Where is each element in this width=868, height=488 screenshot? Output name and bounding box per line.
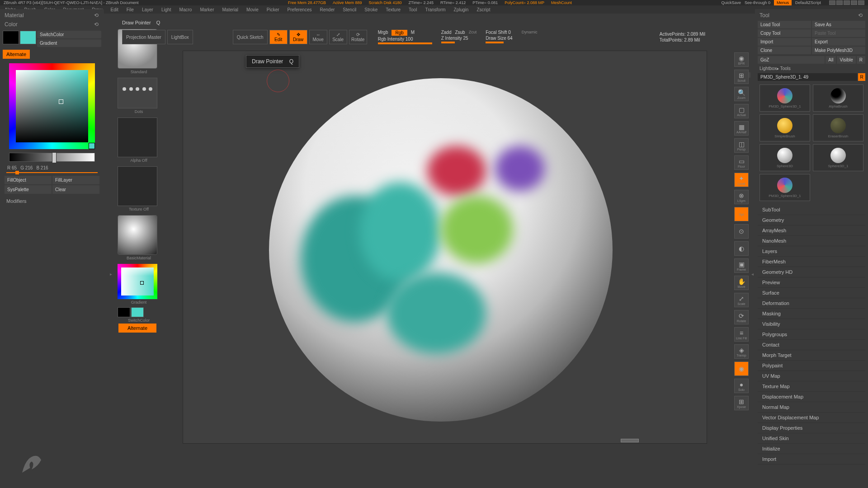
draw-size-slider[interactable] xyxy=(486,42,504,43)
color-header[interactable]: Color ⟲ xyxy=(2,20,102,29)
import-button[interactable]: Import xyxy=(758,38,811,46)
acc-preview[interactable]: Preview xyxy=(758,277,865,288)
acc-geometry[interactable]: Geometry xyxy=(758,215,865,225)
b-value[interactable]: B 216 xyxy=(36,165,48,170)
seethrough-slider[interactable]: See-through 0 xyxy=(745,0,770,5)
linefill-button[interactable]: ≡Line Fill xyxy=(734,327,749,342)
menu-zscript[interactable]: Zscript xyxy=(476,7,490,12)
acc-unifiedskin[interactable]: Unified Skin xyxy=(758,433,865,444)
rgb-intensity-slider[interactable] xyxy=(378,42,432,44)
acc-visibility[interactable]: Visibility xyxy=(758,319,865,329)
tool-thumb-pm3d[interactable]: PM3D_Sphere3D_1 xyxy=(760,174,810,201)
ghost-button[interactable]: ◉ xyxy=(734,361,749,376)
make-polymesh-button[interactable]: Make PolyMesh3D xyxy=(812,47,865,54)
color-picker[interactable] xyxy=(9,63,95,149)
xpose-button[interactable]: ⊞Xpose xyxy=(734,396,749,410)
menu-marker[interactable]: Marker xyxy=(200,7,214,12)
zadd-button[interactable]: Zadd xyxy=(441,30,452,35)
sphere-mesh[interactable] xyxy=(269,78,613,422)
menu-file[interactable]: File xyxy=(127,7,134,12)
save-as-button[interactable]: Save As xyxy=(812,21,865,28)
aahalf-button[interactable]: ▦AAHalf xyxy=(734,121,749,136)
rgb-button[interactable]: Rgb xyxy=(392,30,407,36)
tool-thumb-simplebrush[interactable]: SimpleBrush xyxy=(760,114,810,141)
menus-button[interactable]: Menus xyxy=(774,0,792,5)
picker-corner-swatch[interactable] xyxy=(89,143,95,149)
left-divider-handle[interactable] xyxy=(110,271,113,277)
scale-mode-button[interactable]: ⤢Scale xyxy=(329,30,347,44)
mrgb-button[interactable]: Mrgb xyxy=(378,30,388,36)
tool-thumb-sphere3d[interactable]: Sphere3D xyxy=(760,144,810,171)
acc-displacement[interactable]: Displacement Map xyxy=(758,392,865,402)
acc-morphtarget[interactable]: Morph Target xyxy=(758,350,865,361)
acc-deformation[interactable]: Deformation xyxy=(758,298,865,309)
copy-tool-button[interactable]: Copy Tool xyxy=(758,29,811,37)
texture-thumb[interactable] xyxy=(118,166,157,206)
rgb-slider[interactable] xyxy=(6,172,98,173)
solo-button[interactable]: ●Solo xyxy=(734,379,749,393)
bpr-button[interactable]: ◉BPR xyxy=(734,52,749,67)
persp-button[interactable]: ◫Persp xyxy=(734,138,749,153)
clear-button[interactable]: Clear xyxy=(52,185,99,194)
goz-all-button[interactable]: All xyxy=(826,56,836,64)
filllayer-button[interactable]: FillLayer xyxy=(52,176,99,184)
floor-button[interactable]: ▭Floor xyxy=(734,155,749,170)
acc-texturemap[interactable]: Texture Map xyxy=(758,381,865,392)
mini-picker-cursor-icon[interactable] xyxy=(140,281,144,285)
draw-size-label[interactable]: Draw Size 64 xyxy=(486,36,512,41)
rgb-intensity-label[interactable]: Rgb Intensity 100 xyxy=(378,37,432,42)
menu-layer[interactable]: Layer xyxy=(142,7,153,12)
z-intensity-slider[interactable] xyxy=(441,42,455,43)
scale-view-button[interactable]: ⤢Scale xyxy=(734,293,749,307)
material-header[interactable]: Material ⟲ xyxy=(2,11,102,20)
menu-transform[interactable]: Transform xyxy=(425,7,445,12)
alpha-thumb[interactable] xyxy=(118,117,157,157)
tool-name-field[interactable]: PM3D_Sphere3D_1. 49 xyxy=(758,73,857,81)
lightbox-tools-link[interactable]: Lightbox▸ Tools xyxy=(757,65,866,72)
local-button[interactable]: ✦Local xyxy=(734,173,749,187)
tool-thumb-sphere3d1[interactable]: Sphere3D_1 xyxy=(813,144,863,171)
menu-stroke[interactable]: Stroke xyxy=(364,7,377,12)
quicksketch-button[interactable]: Quick Sketch xyxy=(233,30,268,44)
slider-handle-icon[interactable] xyxy=(52,152,57,163)
syspalette-button[interactable]: SysPalette xyxy=(5,185,52,194)
goz-r-button[interactable]: R xyxy=(857,56,865,64)
close-button[interactable] xyxy=(858,0,864,5)
switchcolor-button[interactable]: SwitchColor xyxy=(37,31,101,38)
right-divider-handle[interactable] xyxy=(751,271,755,277)
actual-button[interactable]: ▢Actual xyxy=(734,104,749,118)
clone-button[interactable]: Clone xyxy=(758,47,811,54)
goz-visible-button[interactable]: Visible xyxy=(837,56,855,64)
acc-geometryhd[interactable]: Geometry HD xyxy=(758,267,865,277)
menu-tool[interactable]: Tool xyxy=(409,7,417,12)
menu-picker[interactable]: Picker xyxy=(267,7,279,12)
menu-light[interactable]: Light xyxy=(161,7,171,12)
material-thumb[interactable] xyxy=(118,215,157,255)
menu-render[interactable]: Render xyxy=(320,7,335,12)
tool-thumb-active[interactable]: PM3D_Sphere3D_1 xyxy=(760,84,810,112)
acc-displayprops[interactable]: Display Properties xyxy=(758,423,865,433)
alternate-button[interactable]: Alternate xyxy=(3,50,30,59)
load-tool-button[interactable]: Load Tool xyxy=(758,21,811,28)
acc-contact[interactable]: Contact xyxy=(758,340,865,350)
tool-r-button[interactable]: R xyxy=(858,73,865,81)
menu-zplugin[interactable]: Zplugin xyxy=(454,7,469,12)
undock-icon[interactable]: ⟲ xyxy=(94,12,99,18)
primary-color-swatch[interactable] xyxy=(20,31,36,44)
rotate-view-button[interactable]: ⟳Rotate xyxy=(734,310,749,324)
acc-nanomesh[interactable]: NanoMesh xyxy=(758,236,865,246)
move-mode-button[interactable]: ↔Move xyxy=(309,30,327,44)
frame-button[interactable]: ▣Frame xyxy=(734,258,749,273)
undock-icon[interactable]: ⟲ xyxy=(858,12,863,18)
acc-subtool[interactable]: SubTool xyxy=(758,205,865,215)
tool-header[interactable]: Tool ⟲ xyxy=(757,11,866,20)
acc-masking[interactable]: Masking xyxy=(758,309,865,319)
paste-tool-button[interactable]: Paste Tool xyxy=(812,29,865,37)
picker-cursor-icon[interactable] xyxy=(59,99,63,104)
tool-thumb-eraserbrush[interactable]: EraserBrush xyxy=(813,114,863,141)
acc-fibermesh[interactable]: FiberMesh xyxy=(758,257,865,267)
menu-macro[interactable]: Macro xyxy=(179,7,192,12)
m-button[interactable]: M xyxy=(411,30,415,36)
acc-polypaint[interactable]: Polypaint xyxy=(758,361,865,371)
horizontal-scrollbar[interactable] xyxy=(621,439,639,442)
